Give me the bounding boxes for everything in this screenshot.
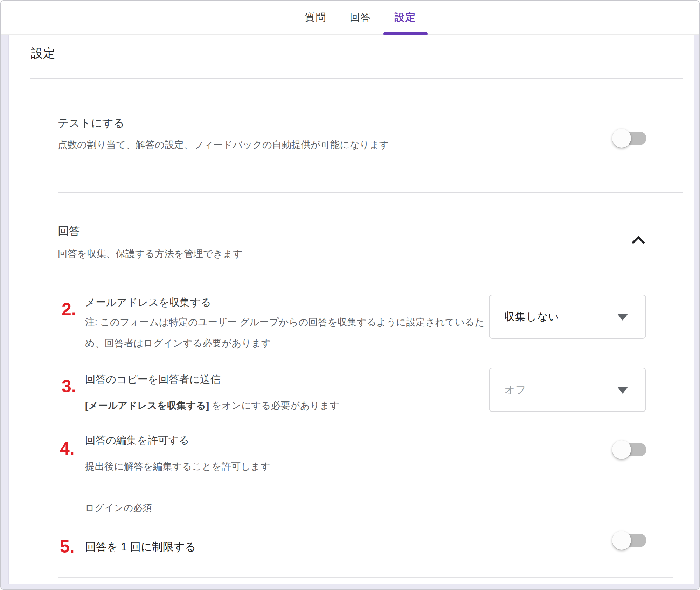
annotation-2: 2. [62,301,76,318]
collect-email-dropdown[interactable]: 収集しない [489,295,646,339]
signin-required-label: ログインの必須 [85,502,152,514]
tab-settings[interactable]: 設定 [395,0,416,34]
page-title: 設定 [31,45,55,62]
annotation-4: 4. [60,440,75,457]
settings-card: 設定 テストにする 点数の割り当て、解答の設定、フィードバックの自動提供が可能に… [8,35,694,584]
send-copy-description-bold: [メールアドレスを収集する] [85,400,209,411]
tab-settings-label: 設定 [395,10,416,24]
quiz-section-title: テストにする [58,116,124,131]
forms-settings-page: 質問 回答 設定 設定 テストにする 点数の割り当て、解答の設定、フィードバック… [0,0,700,590]
tab-responses[interactable]: 回答 [350,0,372,34]
limit-one-toggle[interactable] [613,534,646,547]
dropdown-value: 収集しない [504,310,559,324]
collect-email-description: 注: このフォームは特定のユーザー グループからの回答を収集するように設定されて… [85,312,491,354]
toggle-knob [612,531,631,550]
send-copy-title: 回答のコピーを回答者に送信 [85,373,221,387]
limit-one-title: 回答を 1 回に制限する [85,540,196,554]
tab-questions-label: 質問 [305,10,327,24]
dropdown-arrow-icon [617,387,628,394]
annotation-5: 5. [60,538,75,555]
tab-bar: 質問 回答 設定 [1,1,699,35]
toggle-knob [612,129,631,148]
collect-email-title: メールアドレスを収集する [85,296,211,310]
annotation-3: 3. [62,378,76,395]
responses-section-title: 回答 [58,224,80,239]
allow-edit-toggle[interactable] [613,443,646,456]
allow-edit-description: 提出後に解答を編集することを許可します [85,456,270,477]
allow-edit-title: 回答の編集を許可する [85,434,189,448]
toggle-knob [612,440,631,459]
dropdown-value: オフ [504,383,526,397]
send-copy-description-rest: をオンにする必要があります [209,400,339,411]
quiz-section-description: 点数の割り当て、解答の設定、フィードバックの自動提供が可能になります [58,139,389,151]
divider [58,192,683,193]
dropdown-arrow-icon [617,314,628,321]
tab-questions[interactable]: 質問 [305,0,327,34]
quiz-toggle[interactable] [613,132,646,145]
chevron-up-icon[interactable] [632,235,645,245]
send-copy-dropdown[interactable]: オフ [489,368,646,412]
responses-section-description: 回答を収集、保護する方法を管理できます [58,247,243,260]
divider [58,577,673,578]
divider [30,78,683,79]
tab-responses-label: 回答 [350,10,372,24]
